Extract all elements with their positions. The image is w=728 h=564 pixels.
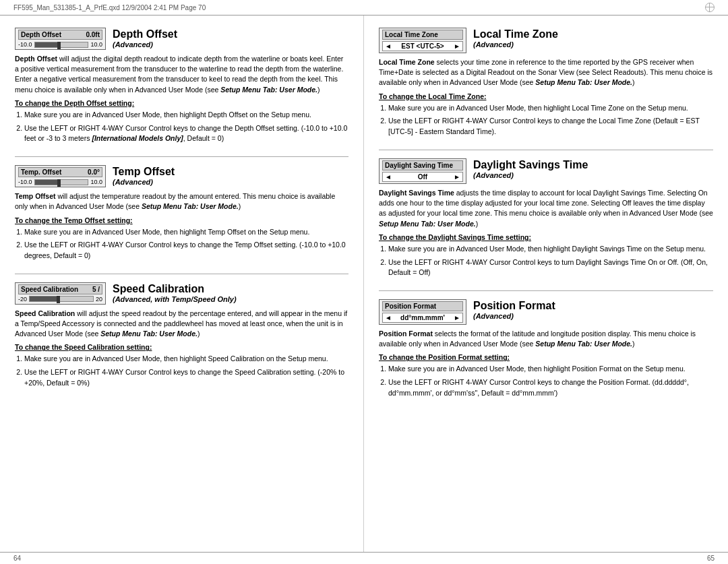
daylight-saving-subheading: To change the Daylight Savings Time sett… xyxy=(379,233,713,241)
temp-offset-widget: Temp. Offset 0.0° -10.0 10.0 xyxy=(15,165,106,187)
list-item: Use the LEFT or RIGHT 4-WAY Cursor Contr… xyxy=(388,116,713,137)
right-column: Local Time Zone ◄ EST <UTC-5> ► Local Ti… xyxy=(364,15,728,552)
daylight-saving-selector[interactable]: ◄ Off ► xyxy=(382,172,463,182)
temp-offset-steps: Make sure you are in Advanced User Mode,… xyxy=(15,227,348,261)
speed-cal-body: Speed Calibration will adjust the speed … xyxy=(15,309,348,340)
left-column: Depth Offset 0.0ft -10.0 10.0 xyxy=(0,15,364,552)
right-arrow-icon[interactable]: ► xyxy=(454,42,460,50)
speed-calibration-widget: Speed Calibration 5 / -20 20 xyxy=(15,282,106,305)
left-arrow-icon[interactable]: ◄ xyxy=(385,42,392,50)
left-page-number: 64 xyxy=(13,555,21,562)
left-arrow-icon[interactable]: ◄ xyxy=(385,173,392,181)
depth-offset-header: Depth Offset 0.0ft -10.0 10.0 xyxy=(15,28,348,50)
speed-cal-widget-title: Speed Calibration 5 / xyxy=(18,284,102,294)
depth-offset-title: Depth Offset xyxy=(113,28,177,40)
divider-1 xyxy=(15,156,348,157)
depth-offset-widget: Depth Offset 0.0ft -10.0 10.0 xyxy=(15,28,106,50)
position-format-selector[interactable]: ◄ dd°mm.mmm' ► xyxy=(382,313,463,323)
temp-offset-header: Temp. Offset 0.0° -10.0 10.0 Temp Offs xyxy=(15,165,348,187)
content-area: Depth Offset 0.0ft -10.0 10.0 xyxy=(0,15,728,552)
position-format-title: Position Format xyxy=(473,299,555,312)
local-time-zone-steps: Make sure you are in Advanced User Mode,… xyxy=(379,103,713,137)
footer-bar: 64 65 xyxy=(0,552,728,564)
daylight-saving-header: Daylight Saving Time ◄ Off ► Daylight Sa… xyxy=(379,158,713,184)
local-time-zone-body: Local Time Zone selects your time zone i… xyxy=(379,57,713,88)
depth-offset-title-block: Depth Offset (Advanced) xyxy=(113,28,177,49)
position-format-widget: Position Format ◄ dd°mm.mmm' ► xyxy=(379,299,466,325)
right-arrow-icon[interactable]: ► xyxy=(454,173,460,181)
local-time-zone-selector[interactable]: ◄ EST <UTC-5> ► xyxy=(382,41,463,51)
page-wrapper: FF595_Man_531385-1_A_PrfE.qxd 12/9/2004 … xyxy=(0,0,728,564)
depth-offset-body: Depth Offset will adjust the digital dep… xyxy=(15,54,348,95)
daylight-saving-subtitle: (Advanced) xyxy=(473,171,588,179)
position-format-header: Position Format ◄ dd°mm.mmm' ► Position … xyxy=(379,299,713,325)
speed-cal-steps: Make sure you are in Advanced User Mode,… xyxy=(15,354,348,388)
speed-cal-subtitle: (Advanced, with Temp/Speed Only) xyxy=(113,295,237,303)
temp-offset-subheading: To change the Temp Offset setting: xyxy=(15,216,348,224)
depth-offset-subtitle: (Advanced) xyxy=(113,40,177,49)
daylight-saving-section: Daylight Saving Time ◄ Off ► Daylight Sa… xyxy=(379,158,713,278)
daylight-saving-value: Off xyxy=(418,173,427,181)
depth-offset-section: Depth Offset 0.0ft -10.0 10.0 xyxy=(15,28,348,144)
speed-cal-slider: -20 20 xyxy=(18,296,102,303)
local-time-zone-subtitle: (Advanced) xyxy=(473,40,558,49)
daylight-saving-steps: Make sure you are in Advanced User Mode,… xyxy=(379,244,713,278)
list-item: Use the LEFT or RIGHT 4-WAY Cursor Contr… xyxy=(24,240,348,261)
local-time-zone-title: Local Time Zone xyxy=(473,28,558,40)
header-text: FF595_Man_531385-1_A_PrfE.qxd 12/9/2004 … xyxy=(13,4,206,11)
daylight-saving-title: Daylight Savings Time xyxy=(473,158,588,171)
list-item: Use the LEFT or RIGHT 4-WAY Cursor Contr… xyxy=(24,123,348,145)
daylight-saving-body: Daylight Savings Time adjusts the time d… xyxy=(379,188,713,229)
speed-calibration-section: Speed Calibration 5 / -20 20 Speed Cal xyxy=(15,282,348,389)
local-time-zone-section: Local Time Zone ◄ EST <UTC-5> ► Local Ti… xyxy=(379,28,713,137)
list-item: Make sure you are in Advanced User Mode,… xyxy=(24,354,348,365)
speed-cal-title: Speed Calibration xyxy=(113,282,237,295)
list-item: Make sure you are in Advanced User Mode,… xyxy=(24,110,348,121)
depth-offset-steps: Make sure you are in Advanced User Mode,… xyxy=(15,110,348,144)
temp-offset-body: Temp Offset will adjust the temperature … xyxy=(15,191,348,212)
local-time-zone-widget: Local Time Zone ◄ EST <UTC-5> ► xyxy=(379,28,466,53)
local-time-zone-title-block: Local Time Zone (Advanced) xyxy=(473,28,558,49)
list-item: Use the LEFT or RIGHT 4-WAY Cursor Contr… xyxy=(24,367,348,389)
daylight-saving-title-block: Daylight Savings Time (Advanced) xyxy=(473,158,588,179)
temp-offset-title-block: Temp Offset (Advanced) xyxy=(113,165,175,186)
list-item: Use the LEFT or RIGHT 4-WAY Cursor Contr… xyxy=(388,257,713,279)
daylight-saving-widget: Daylight Saving Time ◄ Off ► xyxy=(379,158,466,184)
local-time-zone-value: EST <UTC-5> xyxy=(401,42,444,50)
speed-cal-title-block: Speed Calibration (Advanced, with Temp/S… xyxy=(113,282,237,303)
temp-offset-slider: -10.0 10.0 xyxy=(18,179,102,185)
divider-2 xyxy=(15,274,348,274)
list-item: Make sure you are in Advanced User Mode,… xyxy=(24,227,348,238)
position-format-subheading: To change the Position Format setting: xyxy=(379,353,713,361)
position-format-body: Position Format selects the format of th… xyxy=(379,329,713,349)
list-item: Make sure you are in Advanced User Mode,… xyxy=(388,364,713,375)
depth-offset-subheading: To change the Depth Offset setting: xyxy=(15,99,348,107)
local-time-zone-header: Local Time Zone ◄ EST <UTC-5> ► Local Ti… xyxy=(379,28,713,53)
list-item: Make sure you are in Advanced User Mode,… xyxy=(388,244,713,255)
temp-offset-section: Temp. Offset 0.0° -10.0 10.0 Temp Offs xyxy=(15,165,348,261)
local-time-zone-subheading: To change the Local Time Zone: xyxy=(379,92,713,100)
position-format-value: dd°mm.mmm' xyxy=(400,314,445,321)
temp-offset-subtitle: (Advanced) xyxy=(113,178,175,186)
speed-calibration-header: Speed Calibration 5 / -20 20 Speed Cal xyxy=(15,282,348,305)
temp-offset-widget-title: Temp. Offset 0.0° xyxy=(18,167,102,177)
list-item: Make sure you are in Advanced User Mode,… xyxy=(388,103,713,114)
position-format-steps: Make sure you are in Advanced User Mode,… xyxy=(379,364,713,398)
position-format-section: Position Format ◄ dd°mm.mmm' ► Position … xyxy=(379,299,713,399)
divider-3 xyxy=(379,150,713,150)
position-format-title-block: Position Format (Advanced) xyxy=(473,299,555,320)
depth-offset-slider: -10.0 10.0 xyxy=(18,41,102,48)
position-format-subtitle: (Advanced) xyxy=(473,312,555,320)
depth-offset-widget-title: Depth Offset 0.0ft xyxy=(18,30,102,40)
temp-offset-title: Temp Offset xyxy=(113,165,175,178)
list-item: Use the LEFT or RIGHT 4-WAY Cursor Contr… xyxy=(388,377,713,399)
header-bar: FF595_Man_531385-1_A_PrfE.qxd 12/9/2004 … xyxy=(0,0,728,15)
divider-4 xyxy=(379,290,713,291)
right-page-number: 65 xyxy=(707,555,715,562)
left-arrow-icon[interactable]: ◄ xyxy=(385,314,392,321)
speed-cal-subheading: To change the Speed Calibration setting: xyxy=(15,343,348,351)
right-arrow-icon[interactable]: ► xyxy=(454,314,460,321)
